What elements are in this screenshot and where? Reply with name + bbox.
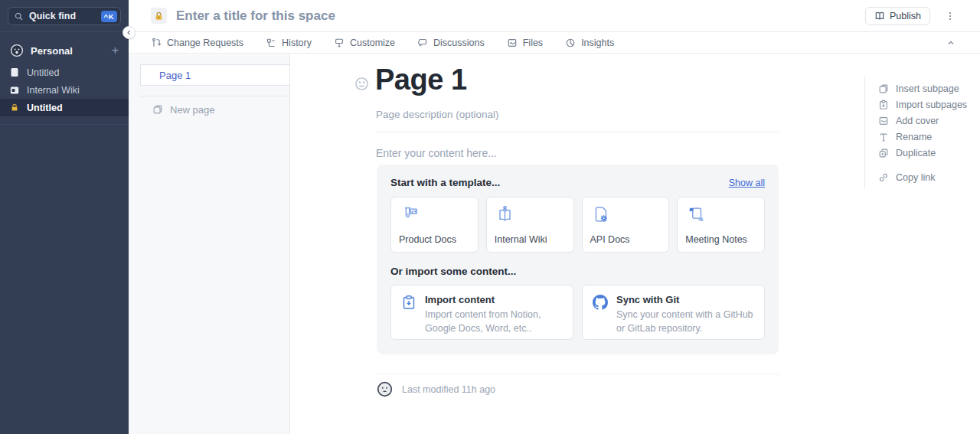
tab-label: Insights: [581, 38, 614, 48]
sidebar-item-label: Untitled: [27, 103, 63, 113]
search-icon: [14, 11, 24, 21]
insert-subpage-button[interactable]: Insert subpage: [878, 80, 967, 96]
sidebar-item-untitled-1[interactable]: Untitled: [0, 64, 129, 81]
clipboard-import-icon: [878, 100, 889, 110]
action-label: Copy link: [896, 172, 935, 183]
image-icon: [878, 116, 889, 126]
title-divider: [376, 132, 779, 132]
pull-request-icon: [151, 38, 162, 48]
quick-find-placeholder: Quick find: [29, 11, 76, 21]
import-card-description: Sync your content with a GitHub or GitLa…: [616, 308, 754, 335]
clipboard-import-icon: [401, 295, 416, 310]
space-visibility-lock-icon[interactable]: [151, 8, 167, 24]
tab-customize[interactable]: Customize: [334, 38, 395, 48]
more-options-button[interactable]: [943, 8, 957, 24]
last-modified-row: Last modified 11h ago: [377, 381, 495, 397]
sidebar-divider: [0, 31, 129, 32]
new-page-label: New page: [170, 104, 215, 116]
content-placeholder[interactable]: Enter your content here...: [376, 147, 497, 159]
text-icon: [878, 132, 889, 142]
sidebar-item-untitled-2-selected[interactable]: Untitled: [0, 99, 129, 116]
import-content-card[interactable]: Import content Import content from Notio…: [390, 285, 573, 340]
tab-change-requests[interactable]: Change Requests: [151, 38, 243, 48]
collapse-header-button[interactable]: [945, 37, 957, 49]
sync-with-git-card[interactable]: Sync with Git Sync your content with a G…: [582, 285, 765, 340]
template-card-api-docs[interactable]: API Docs: [582, 197, 670, 253]
files-icon: [507, 38, 518, 48]
quick-find-search[interactable]: Quick find ^K: [8, 7, 121, 25]
book-icon: [10, 86, 19, 95]
meeting-notes-icon: [685, 204, 706, 224]
page-tree-item-page-1[interactable]: Page 1: [140, 64, 289, 86]
publish-button[interactable]: Publish: [865, 7, 930, 25]
template-card-product-docs[interactable]: Product Docs: [390, 197, 479, 253]
kebab-icon: [945, 10, 956, 22]
insights-icon: [565, 38, 576, 48]
getting-started-panel: Start with a template... Show all Produc…: [377, 165, 779, 354]
page-tree-item-label: Page 1: [159, 70, 191, 81]
tab-discussions[interactable]: Discussions: [417, 38, 485, 48]
product-docs-icon: [399, 204, 420, 224]
rename-button[interactable]: Rename: [878, 129, 967, 145]
template-heading-row: Start with a template... Show all: [390, 177, 765, 188]
workspace-sidebar: Quick find ^K Personal + Untitled Intern…: [0, 0, 129, 434]
sidebar-item-internal-wiki[interactable]: Internal Wiki: [0, 81, 129, 99]
page-tree-divider: [140, 96, 289, 96]
import-card-title: Sync with Git: [616, 294, 754, 305]
page-actions-divider: [864, 77, 865, 188]
page-tree-sidebar: Page 1 New page: [129, 54, 290, 434]
tab-label: Customize: [350, 38, 395, 48]
link-icon: [878, 172, 889, 183]
tab-label: Discussions: [433, 38, 485, 48]
action-label: Add cover: [896, 116, 939, 126]
github-icon: [593, 295, 608, 310]
action-label: Insert subpage: [896, 83, 959, 94]
template-card-label: API Docs: [590, 234, 630, 245]
duplicate-button[interactable]: Duplicate: [878, 145, 967, 161]
workspace-row[interactable]: Personal +: [0, 41, 129, 60]
user-avatar: [377, 381, 393, 397]
pages-icon: [878, 83, 889, 94]
new-page-button[interactable]: New page: [129, 99, 289, 120]
emoji-picker-button[interactable]: [354, 76, 370, 91]
sidebar-item-label: Untitled: [27, 67, 59, 78]
header-actions: Publish: [865, 7, 957, 25]
lock-icon: [10, 103, 19, 113]
last-modified-text: Last modified 11h ago: [402, 384, 495, 395]
import-subpages-button[interactable]: Import subpages: [878, 96, 967, 113]
sidebar-item-label: Internal Wiki: [27, 85, 80, 96]
tab-label: Change Requests: [167, 38, 243, 48]
template-card-label: Meeting Notes: [685, 234, 747, 245]
template-heading: Start with a template...: [390, 177, 500, 188]
page-editor: Page 1 Page description (optional) Enter…: [290, 54, 980, 434]
duplicate-icon: [878, 148, 889, 158]
template-card-internal-wiki[interactable]: Internal Wiki: [486, 197, 574, 253]
discussion-icon: [417, 38, 428, 48]
space-title-input[interactable]: [176, 8, 498, 24]
show-all-link[interactable]: Show all: [729, 178, 765, 188]
internal-wiki-icon: [495, 204, 515, 224]
template-card-label: Internal Wiki: [495, 234, 547, 245]
import-card-description: Import content from Notion, Google Docs,…: [425, 308, 563, 335]
import-card-text: Sync with Git Sync your content with a G…: [616, 294, 754, 331]
footer-divider: [376, 374, 779, 374]
add-cover-button[interactable]: Add cover: [878, 113, 967, 129]
collapse-sidebar-button[interactable]: [122, 26, 136, 39]
template-card-meeting-notes[interactable]: Meeting Notes: [677, 197, 765, 253]
template-card-label: Product Docs: [399, 234, 456, 245]
copy-link-button[interactable]: Copy link: [878, 169, 967, 185]
import-card-text: Import content Import content from Notio…: [425, 294, 563, 331]
app-root: Quick find ^K Personal + Untitled Intern…: [0, 0, 980, 434]
tab-label: History: [282, 38, 312, 48]
sidebar-divider: [0, 124, 129, 125]
action-label: Rename: [896, 132, 932, 142]
page-title[interactable]: Page 1: [375, 64, 467, 96]
publish-label: Publish: [890, 11, 921, 21]
add-space-button[interactable]: +: [112, 44, 119, 57]
api-docs-icon: [590, 204, 611, 224]
page-description-placeholder[interactable]: Page description (optional): [376, 109, 499, 120]
tab-files[interactable]: Files: [507, 38, 543, 48]
tab-history[interactable]: History: [266, 38, 312, 48]
customize-icon: [334, 38, 345, 48]
tab-insights[interactable]: Insights: [565, 38, 614, 48]
